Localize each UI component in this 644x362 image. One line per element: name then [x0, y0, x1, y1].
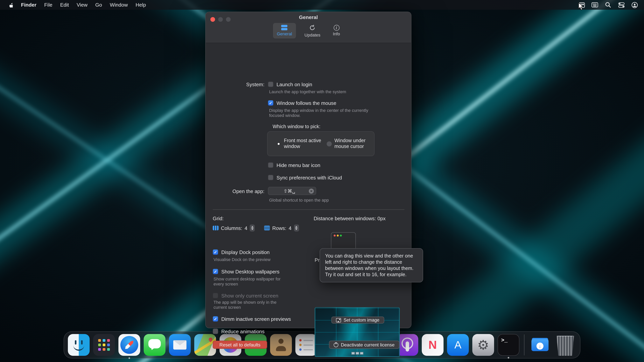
window-titlebar[interactable]: General General Updates i Info [206, 12, 411, 43]
keyboard-icon[interactable] [592, 1, 598, 8]
preferences-window: General General Updates i Info [205, 12, 412, 328]
launch-on-login-label: Launch on login [276, 81, 312, 87]
control-center-icon[interactable] [618, 1, 624, 8]
tab-updates[interactable]: Updates [300, 23, 324, 38]
dock-item-app-store[interactable]: A [447, 334, 469, 356]
hide-menu-bar-icon-label: Hide menu bar icon [276, 162, 320, 168]
reduce-animations-label: Reduce animations [221, 328, 265, 334]
launch-on-login-subtext: Launch the app together with the system [269, 89, 346, 94]
show-wallpapers-subtext: Show current desktop wallpaper for every… [214, 277, 290, 287]
dock-item-trash[interactable] [554, 334, 576, 356]
distance-window-preview-1[interactable] [331, 232, 356, 250]
rows-icon [264, 226, 270, 230]
menu-item-help[interactable]: Help [132, 2, 150, 8]
search-icon[interactable] [605, 1, 611, 8]
rows-stepper[interactable] [294, 224, 299, 231]
set-custom-image-label: Set custom image [344, 318, 379, 322]
sync-icloud-checkbox[interactable] [268, 175, 274, 180]
running-indicator [128, 357, 130, 359]
columns-stepper[interactable] [250, 224, 255, 231]
columns-icon [213, 226, 218, 230]
menu-item-go[interactable]: Go [92, 2, 106, 8]
reduce-animations-row: Reduce animations [213, 328, 265, 335]
menu-app-name[interactable]: Finder [17, 2, 40, 8]
dock-item-mail[interactable] [169, 334, 191, 356]
menu-item-file[interactable]: File [40, 2, 56, 8]
launch-on-login-row: Launch on login [268, 81, 312, 87]
deactivate-icon [334, 342, 338, 347]
dimm-inactive-label: Dimm inactive screen previews [221, 316, 291, 322]
menu-item-edit[interactable]: Edit [56, 2, 73, 8]
tab-info-label: Info [333, 31, 340, 36]
dock-item-terminal[interactable]: >_ [498, 334, 519, 356]
columns-label: Columns: [221, 225, 242, 231]
dock-item-reminders[interactable] [295, 334, 317, 356]
dock-position-indicator [351, 352, 363, 355]
dock-divider [524, 335, 524, 356]
screen-preview[interactable] [314, 307, 400, 357]
reset-defaults-button[interactable]: Reset all to defaults [213, 341, 267, 349]
dock-item-launchpad[interactable] [93, 334, 115, 356]
dock-item-safari[interactable] [118, 334, 140, 356]
menu-item-view[interactable]: View [73, 2, 92, 8]
sync-icloud-label: Sync preferences with iCloud [276, 175, 342, 181]
global-shortcut-field[interactable]: ⇧⌘␣ × [268, 187, 316, 195]
display-dock-row: Display Dock position [213, 249, 270, 255]
window-follows-mouse-checkbox[interactable] [268, 100, 274, 106]
dock-item-downloads[interactable] [529, 334, 551, 356]
deactivate-license-button[interactable]: Deactivate current license [329, 341, 400, 349]
section-divider [213, 209, 404, 210]
tab-info[interactable]: i Info [329, 23, 344, 38]
updates-tab-icon [309, 24, 316, 32]
show-only-current-checkbox[interactable] [213, 293, 218, 298]
show-wallpapers-label: Show Desktop wallpapers [221, 269, 280, 274]
dimm-inactive-checkbox[interactable] [213, 316, 218, 322]
display-dock-checkbox[interactable] [213, 249, 218, 255]
reduce-animations-checkbox[interactable] [213, 329, 218, 334]
dock-item-settings[interactable]: ⚙ [472, 334, 494, 356]
preferences-content: System: Launch on login Launch the app t… [206, 43, 411, 328]
display-dock-label: Display Dock position [221, 249, 270, 255]
open-the-app-label: Open the app: [221, 188, 264, 194]
show-only-current-label: Show only current screen [221, 293, 278, 299]
show-only-current-row: Show only current screen [213, 293, 278, 299]
dock-item-finder[interactable] [68, 334, 90, 356]
window-follows-mouse-label: Window follows the mouse [276, 100, 336, 106]
general-tab-icon [281, 24, 288, 31]
info-tab-icon: i [334, 25, 339, 31]
show-wallpapers-checkbox[interactable] [213, 269, 218, 274]
window-title: General [206, 14, 411, 20]
dock-item-messages[interactable] [144, 334, 166, 356]
user-icon[interactable] [631, 1, 638, 8]
open-the-app-subtext: Global shortcut to open the app [269, 198, 329, 203]
shortcut-value: ⇧⌘␣ [284, 188, 300, 194]
tab-general[interactable]: General [273, 23, 296, 38]
window-follows-mouse-subtext: Display the app window in the center of … [269, 108, 375, 118]
distance-label: Distance between windows: 0px [303, 215, 396, 221]
clear-shortcut-button[interactable]: × [309, 188, 314, 193]
show-wallpapers-row: Show Desktop wallpapers [213, 268, 280, 275]
menu-bar: Finder File Edit View Go Window Help [0, 0, 644, 10]
menu-item-window[interactable]: Window [106, 2, 132, 8]
running-indicator [508, 357, 509, 359]
window-under-cursor-radio[interactable] [327, 141, 332, 147]
image-icon [336, 318, 341, 322]
rows-label: Rows: [272, 225, 286, 231]
dock-item-contacts[interactable] [270, 334, 292, 356]
distance-tooltip-text: You can drag this view and the other one… [325, 253, 414, 277]
grid-columns-row: Columns: 4 Rows: 4 [213, 225, 299, 231]
which-window-label: Which window to pick: [272, 124, 320, 129]
set-custom-image-button[interactable]: Set custom image [331, 317, 384, 324]
distance-tooltip: You can drag this view and the other one… [320, 248, 423, 282]
dock-item-news[interactable]: N [422, 334, 444, 356]
tab-general-label: General [277, 31, 292, 36]
system-label: System: [221, 82, 264, 87]
hide-menu-bar-icon-checkbox[interactable] [268, 162, 274, 168]
apple-logo-icon[interactable] [6, 2, 17, 8]
deactivate-license-label: Deactivate current license [341, 342, 394, 348]
window-under-cursor-label: Window under mouse cursor [334, 138, 373, 150]
preferences-toolbar: General Updates i Info [206, 23, 411, 38]
launch-on-login-checkbox[interactable] [268, 82, 274, 87]
screen: Finder File Edit View Go Window Help [0, 0, 644, 362]
which-window-group: Front most active window Window under mo… [267, 131, 374, 156]
